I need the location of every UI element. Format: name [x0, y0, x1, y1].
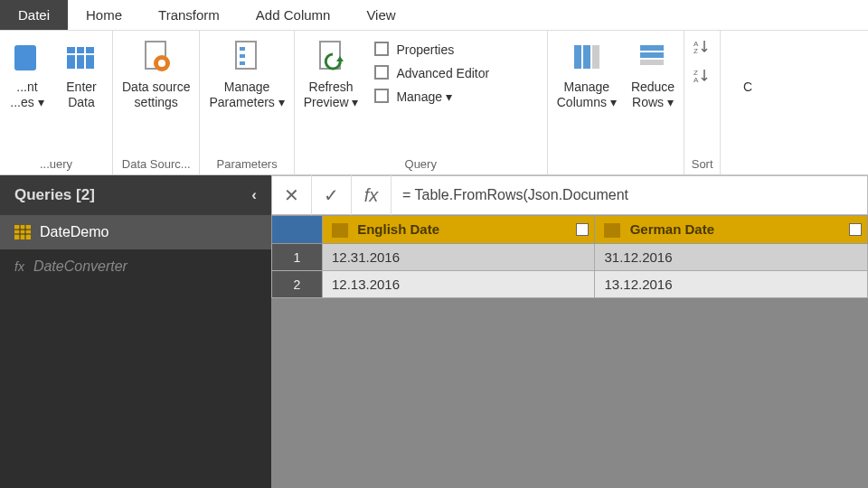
ribbon-group-query2: RefreshPreview ▾ Properties Advanced Edi… — [295, 31, 548, 174]
svg-point-7 — [158, 60, 165, 67]
main-area: ✕ ✓ fx = Table.FromRows(Json.Document En… — [271, 175, 868, 488]
formula-bar: ✕ ✓ fx = Table.FromRows(Json.Document — [271, 175, 868, 215]
advanced-editor-icon — [374, 65, 391, 81]
column-type-icon — [332, 223, 348, 238]
column-type-icon — [604, 223, 620, 238]
formula-accept-button[interactable]: ✓ — [312, 175, 352, 215]
collapse-icon[interactable]: ‹ — [251, 186, 257, 204]
manage-parameters-button[interactable]: ManageParameters ▾ — [203, 36, 289, 114]
formula-fx-button[interactable]: fx — [352, 175, 392, 215]
data-source-label: Data sourcesettings — [122, 80, 190, 110]
reduce-rows-label: ReduceRows ▾ — [631, 80, 675, 110]
column-label: German Date — [630, 221, 714, 237]
recent-sources-button[interactable]: ...nt...es ▾ — [4, 36, 51, 114]
queries-title: Queries [2] — [14, 186, 95, 204]
ribbon-group-data-sources: Data sourcesettings Data Sourc... — [113, 31, 200, 174]
advanced-editor-label: Advanced Editor — [396, 66, 489, 80]
svg-text:A: A — [693, 76, 699, 84]
menu-add-column[interactable]: Add Column — [238, 0, 349, 30]
column-dropdown-icon[interactable] — [849, 223, 862, 236]
query-name: DateConverter — [33, 258, 127, 275]
table-row[interactable]: 2 12.13.2016 13.12.2016 — [272, 271, 868, 298]
ribbon-group-label-columns — [552, 169, 680, 173]
ribbon-group-label-query2: Query — [298, 155, 543, 173]
sort-asc-button[interactable]: AZ — [688, 36, 715, 61]
sort-desc-button[interactable]: ZA — [688, 65, 715, 90]
refresh-preview-label: RefreshPreview ▾ — [304, 80, 359, 110]
menu-view[interactable]: View — [348, 0, 413, 30]
recent-sources-label: ...nt...es ▾ — [10, 80, 43, 110]
manage-label: Manage ▾ — [396, 89, 451, 104]
formula-input[interactable]: = Table.FromRows(Json.Document — [392, 187, 867, 203]
split-column-button[interactable]: C — [724, 36, 771, 99]
query-item-dateconverter[interactable]: fx DateConverter — [0, 249, 271, 284]
ribbon-group-label-query: ...uery — [4, 155, 108, 173]
ribbon-group-columns: ManageColumns ▾ ReduceRows ▾ — [548, 31, 684, 174]
table-corner[interactable] — [272, 216, 323, 244]
cell[interactable]: 31.12.2016 — [595, 244, 868, 271]
data-source-settings-button[interactable]: Data sourcesettings — [117, 36, 195, 114]
column-header-german-date[interactable]: German Date — [595, 216, 868, 244]
table-icon — [14, 225, 31, 239]
parameters-icon — [229, 40, 265, 76]
properties-label: Properties — [396, 42, 454, 57]
svg-rect-20 — [640, 45, 664, 51]
ribbon-group-parameters: ManageParameters ▾ Parameters — [200, 31, 294, 174]
column-dropdown-icon[interactable] — [576, 223, 589, 236]
sort-desc-icon: ZA — [693, 67, 711, 85]
ribbon: ...nt...es ▾ EnterData ...uery Data sour… — [0, 31, 868, 175]
manage-parameters-label: ManageParameters ▾ — [209, 80, 284, 110]
cell[interactable]: 13.12.2016 — [595, 271, 868, 298]
svg-rect-11 — [240, 61, 245, 65]
ribbon-group-split: C — [721, 31, 775, 174]
ribbon-group-label-sort: Sort — [688, 155, 716, 173]
svg-rect-16 — [375, 89, 388, 102]
split-label: C — [743, 80, 752, 95]
data-source-icon — [138, 40, 175, 76]
ribbon-group-query: ...nt...es ▾ EnterData ...uery — [0, 31, 113, 174]
query-item-datedemo[interactable]: DateDemo — [0, 215, 271, 249]
reduce-rows-icon — [635, 40, 671, 76]
table-row[interactable]: 1 12.31.2016 31.12.2016 — [272, 244, 868, 271]
ribbon-group-label-data-sources: Data Sourc... — [117, 155, 195, 173]
menu-home[interactable]: Home — [68, 0, 140, 30]
svg-rect-10 — [240, 54, 245, 58]
menu-transform[interactable]: Transform — [140, 0, 238, 30]
properties-button[interactable]: Properties — [371, 40, 493, 60]
column-header-english-date[interactable]: English Date — [322, 216, 595, 244]
formula-cancel-button[interactable]: ✕ — [272, 175, 312, 215]
enter-data-button[interactable]: EnterData — [54, 36, 108, 114]
advanced-editor-button[interactable]: Advanced Editor — [371, 63, 493, 83]
manage-button[interactable]: Manage ▾ — [371, 87, 493, 107]
row-number: 2 — [272, 271, 323, 298]
svg-rect-17 — [574, 45, 581, 69]
column-label: English Date — [357, 221, 439, 237]
ribbon-group-label-parameters: Parameters — [203, 155, 289, 173]
manage-columns-icon — [569, 40, 605, 76]
svg-rect-18 — [583, 45, 590, 69]
menu-datei[interactable]: Datei — [0, 0, 68, 30]
menubar: Datei Home Transform Add Column View — [0, 0, 868, 31]
svg-rect-1 — [67, 47, 94, 69]
fx-icon: fx — [14, 259, 24, 274]
svg-rect-21 — [640, 52, 664, 58]
data-table: English Date German Date 1 12.31.2016 31… — [271, 215, 868, 298]
cell[interactable]: 12.13.2016 — [322, 271, 595, 298]
cell[interactable]: 12.31.2016 — [322, 244, 595, 271]
properties-icon — [374, 42, 391, 58]
svg-rect-27 — [14, 225, 31, 239]
manage-icon — [374, 89, 391, 105]
recent-sources-icon — [9, 40, 45, 76]
manage-columns-button[interactable]: ManageColumns ▾ — [552, 36, 622, 114]
enter-data-label: EnterData — [66, 80, 96, 110]
enter-data-icon — [63, 40, 99, 76]
query-name: DateDemo — [40, 224, 108, 240]
queries-header[interactable]: Queries [2] ‹ — [0, 175, 271, 215]
svg-rect-32 — [281, 223, 297, 236]
workspace: Queries [2] ‹ DateDemo fx DateConverter … — [0, 175, 868, 488]
refresh-preview-button[interactable]: RefreshPreview ▾ — [298, 36, 364, 114]
queries-panel: Queries [2] ‹ DateDemo fx DateConverter — [0, 175, 271, 488]
svg-rect-19 — [592, 45, 599, 69]
reduce-rows-button[interactable]: ReduceRows ▾ — [626, 36, 680, 114]
row-number: 1 — [272, 244, 323, 271]
